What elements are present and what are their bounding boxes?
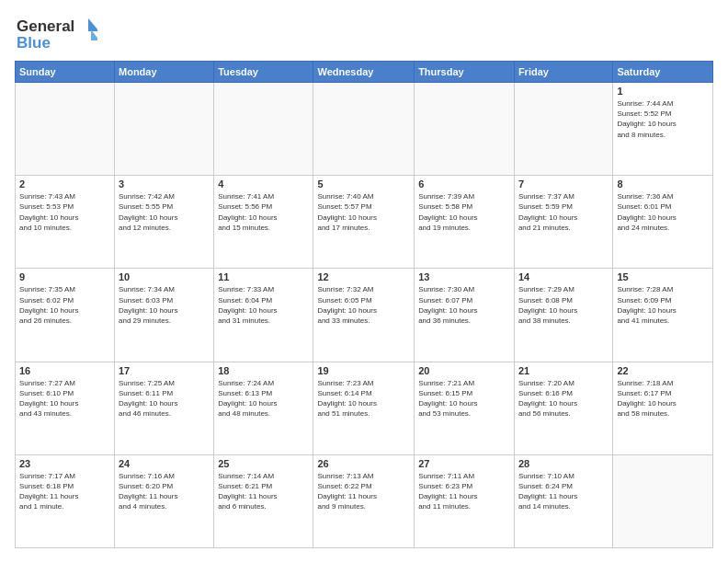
svg-text:General: General — [17, 17, 74, 35]
calendar-cell: 22Sunrise: 7:18 AM Sunset: 6:17 PM Dayli… — [613, 362, 713, 454]
weekday-header: Tuesday — [214, 62, 313, 83]
header: General Blue — [15, 15, 713, 53]
calendar-cell: 18Sunrise: 7:24 AM Sunset: 6:13 PM Dayli… — [214, 362, 313, 454]
day-info: Sunrise: 7:27 AM Sunset: 6:10 PM Dayligh… — [19, 378, 110, 419]
day-info: Sunrise: 7:39 AM Sunset: 5:58 PM Dayligh… — [418, 191, 510, 233]
day-number: 4 — [218, 178, 309, 190]
calendar-table: SundayMondayTuesdayWednesdayThursdayFrid… — [15, 61, 713, 548]
weekday-header: Sunday — [16, 62, 115, 83]
day-number: 10 — [119, 271, 210, 282]
day-number: 25 — [218, 458, 309, 469]
day-info: Sunrise: 7:17 AM Sunset: 6:18 PM Dayligh… — [19, 471, 110, 512]
calendar-cell: 4Sunrise: 7:41 AM Sunset: 5:56 PM Daylig… — [214, 176, 313, 269]
day-number: 14 — [518, 271, 609, 282]
calendar-cell — [313, 83, 415, 176]
logo-svg: General Blue — [15, 15, 97, 53]
day-number: 23 — [19, 458, 110, 469]
day-info: Sunrise: 7:16 AM Sunset: 6:20 PM Dayligh… — [119, 471, 210, 512]
day-number: 27 — [418, 458, 510, 469]
calendar-cell: 5Sunrise: 7:40 AM Sunset: 5:57 PM Daylig… — [313, 176, 415, 269]
day-info: Sunrise: 7:41 AM Sunset: 5:56 PM Dayligh… — [218, 191, 309, 233]
day-number: 7 — [518, 178, 609, 190]
day-info: Sunrise: 7:25 AM Sunset: 6:11 PM Dayligh… — [119, 378, 210, 419]
calendar-cell: 6Sunrise: 7:39 AM Sunset: 5:58 PM Daylig… — [415, 176, 515, 269]
day-number: 11 — [218, 271, 309, 282]
calendar-cell: 28Sunrise: 7:10 AM Sunset: 6:24 PM Dayli… — [514, 454, 612, 547]
weekday-header: Friday — [514, 62, 612, 83]
calendar-cell: 11Sunrise: 7:33 AM Sunset: 6:04 PM Dayli… — [214, 269, 313, 362]
header-row: SundayMondayTuesdayWednesdayThursdayFrid… — [16, 62, 713, 83]
day-info: Sunrise: 7:18 AM Sunset: 6:17 PM Dayligh… — [617, 378, 709, 419]
day-info: Sunrise: 7:34 AM Sunset: 6:03 PM Dayligh… — [119, 284, 210, 326]
weekday-header: Saturday — [613, 62, 713, 83]
calendar-cell: 17Sunrise: 7:25 AM Sunset: 6:11 PM Dayli… — [115, 362, 214, 454]
calendar-cell: 1Sunrise: 7:44 AM Sunset: 5:52 PM Daylig… — [613, 83, 713, 176]
calendar-cell: 13Sunrise: 7:30 AM Sunset: 6:07 PM Dayli… — [415, 269, 515, 362]
calendar-week-row: 9Sunrise: 7:35 AM Sunset: 6:02 PM Daylig… — [16, 269, 713, 362]
day-info: Sunrise: 7:10 AM Sunset: 6:24 PM Dayligh… — [518, 471, 609, 512]
day-info: Sunrise: 7:43 AM Sunset: 5:53 PM Dayligh… — [19, 191, 110, 233]
day-info: Sunrise: 7:37 AM Sunset: 5:59 PM Dayligh… — [518, 191, 609, 233]
weekday-header: Monday — [115, 62, 214, 83]
day-number: 22 — [617, 365, 709, 376]
weekday-header: Wednesday — [313, 62, 415, 83]
day-number: 3 — [119, 178, 210, 190]
calendar-cell: 20Sunrise: 7:21 AM Sunset: 6:15 PM Dayli… — [415, 362, 515, 454]
day-info: Sunrise: 7:44 AM Sunset: 5:52 PM Dayligh… — [617, 98, 709, 140]
calendar-cell: 9Sunrise: 7:35 AM Sunset: 6:02 PM Daylig… — [16, 269, 115, 362]
svg-marker-2 — [88, 18, 97, 31]
calendar-cell: 14Sunrise: 7:29 AM Sunset: 6:08 PM Dayli… — [514, 269, 612, 362]
calendar-cell: 24Sunrise: 7:16 AM Sunset: 6:20 PM Dayli… — [115, 454, 214, 547]
calendar-cell: 12Sunrise: 7:32 AM Sunset: 6:05 PM Dayli… — [313, 269, 415, 362]
day-number: 8 — [617, 178, 709, 190]
day-info: Sunrise: 7:11 AM Sunset: 6:23 PM Dayligh… — [418, 471, 510, 512]
calendar-cell: 19Sunrise: 7:23 AM Sunset: 6:14 PM Dayli… — [313, 362, 415, 454]
day-number: 18 — [218, 365, 309, 376]
day-info: Sunrise: 7:24 AM Sunset: 6:13 PM Dayligh… — [218, 378, 309, 419]
day-info: Sunrise: 7:35 AM Sunset: 6:02 PM Dayligh… — [19, 284, 110, 326]
calendar-week-row: 1Sunrise: 7:44 AM Sunset: 5:52 PM Daylig… — [16, 83, 713, 176]
calendar-cell: 23Sunrise: 7:17 AM Sunset: 6:18 PM Dayli… — [16, 454, 115, 547]
calendar-cell — [214, 83, 313, 176]
day-number: 15 — [617, 271, 709, 282]
calendar-cell: 10Sunrise: 7:34 AM Sunset: 6:03 PM Dayli… — [115, 269, 214, 362]
day-info: Sunrise: 7:20 AM Sunset: 6:16 PM Dayligh… — [518, 378, 609, 419]
calendar-week-row: 23Sunrise: 7:17 AM Sunset: 6:18 PM Dayli… — [16, 454, 713, 547]
calendar-cell — [415, 83, 515, 176]
day-number: 21 — [518, 365, 609, 376]
day-number: 28 — [518, 458, 609, 469]
calendar-cell: 2Sunrise: 7:43 AM Sunset: 5:53 PM Daylig… — [16, 176, 115, 269]
day-info: Sunrise: 7:33 AM Sunset: 6:04 PM Dayligh… — [218, 284, 309, 326]
calendar-cell: 26Sunrise: 7:13 AM Sunset: 6:22 PM Dayli… — [313, 454, 415, 547]
day-info: Sunrise: 7:32 AM Sunset: 6:05 PM Dayligh… — [317, 284, 410, 326]
day-number: 19 — [317, 365, 410, 376]
day-number: 9 — [19, 271, 110, 282]
day-number: 26 — [317, 458, 410, 469]
calendar-cell — [613, 454, 713, 547]
calendar-week-row: 16Sunrise: 7:27 AM Sunset: 6:10 PM Dayli… — [16, 362, 713, 454]
calendar-week-row: 2Sunrise: 7:43 AM Sunset: 5:53 PM Daylig… — [16, 176, 713, 269]
day-info: Sunrise: 7:21 AM Sunset: 6:15 PM Dayligh… — [418, 378, 510, 419]
day-number: 6 — [418, 178, 510, 190]
calendar-cell: 8Sunrise: 7:36 AM Sunset: 6:01 PM Daylig… — [613, 176, 713, 269]
calendar-cell — [115, 83, 214, 176]
calendar-cell: 27Sunrise: 7:11 AM Sunset: 6:23 PM Dayli… — [415, 454, 515, 547]
day-number: 13 — [418, 271, 510, 282]
day-info: Sunrise: 7:28 AM Sunset: 6:09 PM Dayligh… — [617, 284, 709, 326]
day-number: 12 — [317, 271, 410, 282]
day-number: 2 — [19, 178, 110, 190]
day-info: Sunrise: 7:42 AM Sunset: 5:55 PM Dayligh… — [119, 191, 210, 233]
weekday-header: Thursday — [415, 62, 515, 83]
svg-text:Blue: Blue — [17, 34, 51, 52]
day-info: Sunrise: 7:29 AM Sunset: 6:08 PM Dayligh… — [518, 284, 609, 326]
day-number: 20 — [418, 365, 510, 376]
day-number: 24 — [119, 458, 210, 469]
calendar-cell: 21Sunrise: 7:20 AM Sunset: 6:16 PM Dayli… — [514, 362, 612, 454]
day-info: Sunrise: 7:13 AM Sunset: 6:22 PM Dayligh… — [317, 471, 410, 512]
day-number: 16 — [19, 365, 110, 376]
day-info: Sunrise: 7:23 AM Sunset: 6:14 PM Dayligh… — [317, 378, 410, 419]
logo: General Blue — [15, 15, 97, 53]
day-info: Sunrise: 7:40 AM Sunset: 5:57 PM Dayligh… — [317, 191, 410, 233]
calendar-cell: 7Sunrise: 7:37 AM Sunset: 5:59 PM Daylig… — [514, 176, 612, 269]
day-info: Sunrise: 7:36 AM Sunset: 6:01 PM Dayligh… — [617, 191, 709, 233]
